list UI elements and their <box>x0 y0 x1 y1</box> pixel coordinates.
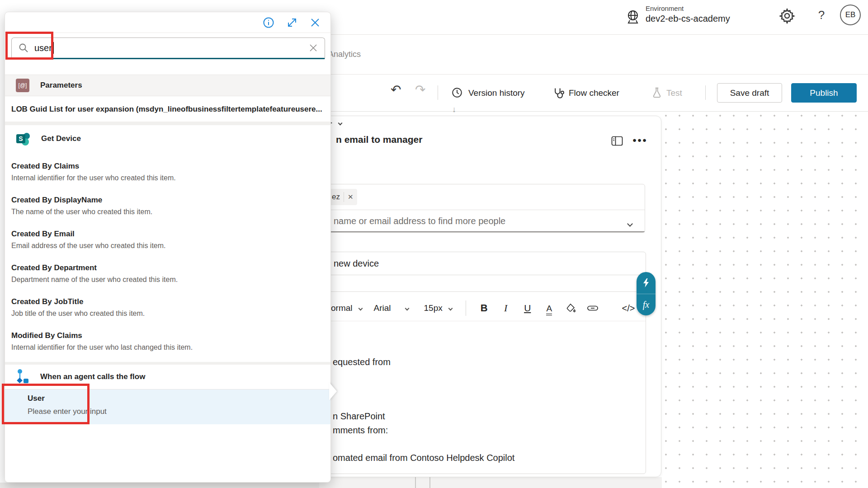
header-divider <box>331 34 868 35</box>
italic-icon[interactable]: I <box>495 302 517 314</box>
publish-button[interactable]: Publish <box>791 83 857 103</box>
open-pane-icon[interactable] <box>611 135 623 147</box>
scrollbar-line <box>429 477 430 488</box>
recipient-chip-label: ez <box>332 192 340 202</box>
environment-label: Environment <box>646 5 684 12</box>
test-button: Test <box>666 88 682 98</box>
paragraph-style-dropdown[interactable]: ormal <box>331 303 362 313</box>
version-history-button[interactable]: Version history <box>468 88 525 98</box>
panel-callout-beak <box>329 382 337 400</box>
list-item-created-by-displayname[interactable]: Created By DisplayName The name of the u… <box>5 192 330 226</box>
toolbar-bottom-divider <box>315 321 646 321</box>
list-item-modified-by-claims[interactable]: Modified By Claims Internal identifier f… <box>5 328 330 362</box>
agent-flow-icon <box>16 369 29 385</box>
action-settings[interactable] <box>320 116 661 130</box>
list-item-lob-guid[interactable]: LOB Guid List for user expansion (msdyn_… <box>5 97 330 122</box>
search-input[interactable]: user <box>11 38 325 59</box>
paragraph-style-value: ormal <box>331 303 353 313</box>
to-field-placeholder: name or email address to find more peopl… <box>334 216 505 226</box>
help-button[interactable]: ? <box>815 8 828 22</box>
environment-name[interactable]: dev2-eb-cs-academy <box>646 14 730 24</box>
save-draft-button[interactable]: Save draft <box>717 83 782 103</box>
body-text-line: n SharePoint <box>333 411 385 422</box>
field-inner-divider <box>315 210 645 210</box>
version-history-icon <box>451 87 463 99</box>
settings-gear-icon[interactable] <box>778 7 796 24</box>
font-dropdown[interactable]: Arial <box>374 303 409 313</box>
avatar[interactable]: EB <box>840 5 861 25</box>
chevron-down-icon <box>405 306 409 310</box>
section-gap <box>5 122 330 125</box>
list-item-created-by-jobtitle[interactable]: Created By JobTitle Job title of the use… <box>5 294 330 328</box>
test-icon <box>651 87 663 99</box>
body-text-line: mments from: <box>333 425 388 436</box>
font-value: Arial <box>374 303 399 313</box>
parameters-label: Parameters <box>40 81 82 90</box>
undo-icon[interactable]: ↶ <box>391 82 401 97</box>
expand-icon[interactable] <box>286 17 298 28</box>
agent-section-label: When an agent calls the flow <box>40 372 145 381</box>
lightning-icon[interactable] <box>637 272 656 294</box>
toolbar-separator <box>705 85 706 100</box>
bold-icon[interactable]: B <box>473 302 495 314</box>
highlight-bucket-icon[interactable] <box>560 303 582 314</box>
email-body-editor[interactable]: ormal Arial 15px B I U A <box>314 291 646 474</box>
close-icon[interactable] <box>310 17 321 28</box>
font-size-value: 15px <box>424 303 443 313</box>
toolbar-separator <box>466 300 466 316</box>
underline-icon[interactable]: U <box>517 303 538 314</box>
body-text-line: equested from <box>333 357 391 367</box>
more-options-icon[interactable]: ●●● <box>632 136 647 144</box>
list-item-created-by-email[interactable]: Created By Email Email address of the us… <box>5 226 330 260</box>
recipient-chip[interactable]: ez ✕ <box>328 189 357 205</box>
info-icon[interactable] <box>263 17 274 28</box>
environment-icon <box>625 9 641 25</box>
list-item-created-by-department[interactable]: Created By Department Department name of… <box>5 260 330 294</box>
dynamic-content-pill: fx <box>637 272 656 315</box>
font-color-icon[interactable]: A <box>538 303 560 314</box>
section-parameters[interactable]: [@] Parameters <box>5 75 330 96</box>
clear-search-icon[interactable] <box>308 43 318 53</box>
annotation-box-search <box>5 32 53 60</box>
formatting-toolbar: ormal Arial 15px B I U A <box>331 296 639 320</box>
parameters-icon: [@] <box>16 79 29 92</box>
redo-icon: ↷ <box>415 82 425 97</box>
collapse-arrow-icon[interactable]: ↓ <box>452 105 456 114</box>
tabbar-divider <box>316 74 868 75</box>
code-view-icon[interactable]: </> <box>618 303 639 314</box>
chip-divider <box>344 192 344 202</box>
section-get-device[interactable]: S Get Device <box>5 125 330 152</box>
body-text-line: omated email from Contoso Helpdesk Copil… <box>333 453 514 463</box>
designer-canvas[interactable] <box>662 112 868 488</box>
annotation-box-user <box>2 384 90 424</box>
canvas-lower-strip <box>316 477 662 488</box>
chip-remove-icon[interactable]: ✕ <box>348 193 354 201</box>
svg-text:S: S <box>19 135 23 142</box>
get-device-label: Get Device <box>41 134 81 143</box>
to-field[interactable]: ez ✕ name or email address to find more … <box>314 184 645 233</box>
action-title: n email to manager <box>336 134 422 145</box>
list-item-created-by-claims[interactable]: Created By Claims Internal identifier fo… <box>5 159 330 192</box>
flow-designer-screen: Analytics Environment dev2-eb-cs-academy… <box>0 0 868 488</box>
subject-value: new device <box>334 258 379 269</box>
flow-checker-button[interactable]: Flow checker <box>569 88 619 98</box>
sharepoint-icon: S <box>16 131 30 146</box>
link-icon[interactable] <box>582 303 604 314</box>
chevron-down-icon <box>448 306 453 310</box>
to-field-chevron-icon[interactable] <box>628 220 632 228</box>
subject-field[interactable]: new device <box>314 252 646 275</box>
toolbar-separator <box>438 85 438 100</box>
chevron-down-icon <box>358 306 363 310</box>
to-field-underline <box>315 231 645 232</box>
chevron-down-icon <box>338 121 343 125</box>
scrollbar-line <box>415 477 416 488</box>
expression-fx-button[interactable]: fx <box>637 294 656 316</box>
panel-header <box>5 12 330 33</box>
flow-checker-icon <box>552 87 564 99</box>
send-email-action-card: n email to manager ●●● ez ✕ <box>319 116 661 477</box>
bottom-strip <box>0 483 319 488</box>
font-size-dropdown[interactable]: 15px <box>424 303 452 313</box>
tab-analytics[interactable]: Analytics <box>328 50 361 59</box>
